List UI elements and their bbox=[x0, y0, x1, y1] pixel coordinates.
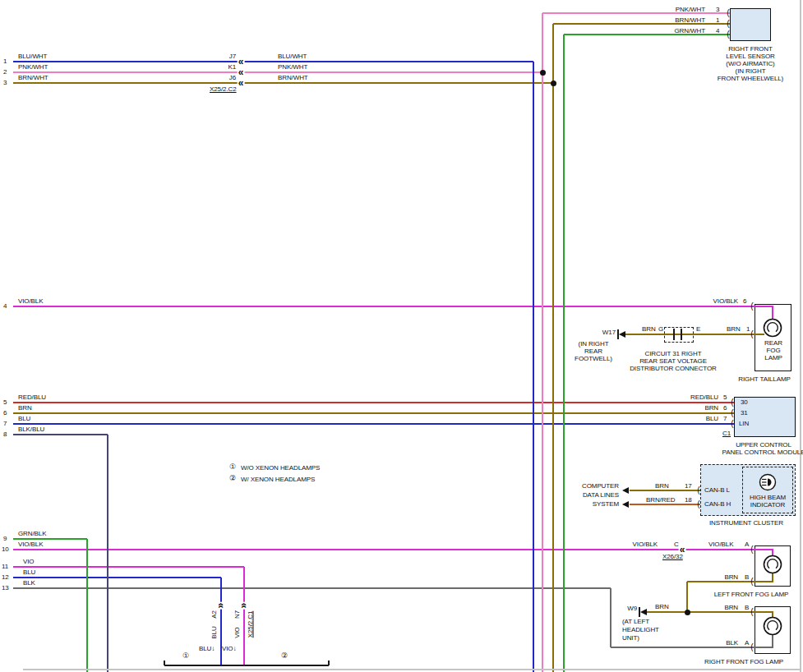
junction-dot bbox=[540, 70, 546, 76]
label-1: 1 bbox=[3, 58, 7, 65]
pin-bracket-icon: ( bbox=[750, 302, 753, 311]
label-rear: REAR bbox=[764, 339, 782, 347]
pin-bracket-icon: ( bbox=[731, 409, 733, 417]
pin-bracket-icon: ( bbox=[731, 420, 733, 428]
wire-circuit7-blu bbox=[13, 423, 734, 425]
label-vio: VIO↓ bbox=[222, 645, 236, 652]
label-c1: C1 bbox=[722, 430, 731, 437]
label-j7: J7 bbox=[229, 53, 236, 60]
wire-frame-bottom bbox=[23, 669, 801, 670]
label-blk: BLK bbox=[23, 579, 35, 587]
pin-bracket-icon: ( bbox=[731, 398, 733, 407]
pin-bracket-icon: ( bbox=[750, 330, 753, 338]
pin-bracket-icon: ( bbox=[750, 643, 753, 651]
wire-circuit31-pin-bar-right bbox=[681, 329, 682, 340]
pin-bracket-icon: ( bbox=[727, 20, 729, 28]
wire-circuit11-vio-drop bbox=[243, 567, 245, 665]
w17-ground-arrow-icon bbox=[619, 331, 625, 338]
wire-left-fog-pin-b-stub bbox=[755, 581, 773, 582]
label-brn-wht: BRN/WHT bbox=[675, 16, 705, 24]
wire-pnk-wht-riser bbox=[542, 13, 543, 672]
label-x25-2-c1: X25/2.C1 bbox=[247, 611, 254, 638]
wire-brn-wht-riser bbox=[552, 24, 554, 672]
wire-circuit1-blu-wht bbox=[13, 61, 533, 62]
label-blu: BLU bbox=[210, 626, 218, 638]
wire-w17-brn bbox=[625, 334, 755, 335]
label-left-front-fog-lamp: LEFT FRONT FOG LAMP bbox=[714, 591, 789, 598]
wire-frame-right bbox=[800, 0, 801, 672]
label-brn-red: BRN/RED bbox=[646, 496, 675, 504]
junction-dot bbox=[551, 81, 556, 86]
label-4: 4 bbox=[716, 27, 719, 35]
label-pnk-wht: PNK/WHT bbox=[278, 63, 307, 71]
label-c: C bbox=[674, 541, 679, 548]
wire-left-fog-pin-a-stub bbox=[755, 549, 773, 550]
label-pnk-wht: PNK/WHT bbox=[676, 6, 705, 13]
label-circuit-31-right: CIRCUIT 31 RIGHT bbox=[645, 350, 702, 357]
label-3: 3 bbox=[716, 6, 719, 13]
label-data-lines: DATA LINES bbox=[583, 491, 619, 499]
label-brn-wht: BRN/WHT bbox=[18, 74, 48, 81]
label-blu: BLU↓ bbox=[199, 645, 215, 652]
label-j6: J6 bbox=[229, 74, 236, 81]
connector-chevron-icon: « bbox=[238, 58, 245, 66]
label-blu: BLU bbox=[18, 415, 30, 422]
label-brn: BRN bbox=[655, 603, 669, 610]
label-b: B bbox=[745, 604, 749, 611]
label-panel-control-module: PANEL CONTROL MODULE bbox=[722, 449, 803, 456]
label-6: 6 bbox=[743, 297, 746, 305]
pin-bracket-icon: ( bbox=[750, 578, 753, 586]
label-brn: BRN bbox=[18, 404, 32, 412]
rear-fog-lamp-symbol bbox=[762, 317, 783, 342]
label-vio: VIO bbox=[23, 558, 34, 565]
wire-left-fog-b-brn-drop bbox=[686, 582, 688, 612]
label-in-right: (IN RIGHT bbox=[736, 67, 766, 75]
label-vio-blk: VIO/BLK bbox=[18, 297, 43, 305]
label-red-blu: RED/BLU bbox=[690, 394, 718, 401]
label-system: SYSTEM bbox=[593, 500, 619, 508]
wire-circuit8-blk-blu bbox=[13, 434, 108, 435]
label-brn: BRN bbox=[727, 325, 741, 333]
label-vio: VIO bbox=[233, 627, 241, 637]
wire-circuit13-blk-drop bbox=[610, 588, 611, 647]
data-line-arrow-icon-2 bbox=[622, 501, 629, 508]
label-computer: COMPUTER bbox=[582, 482, 619, 490]
wire-blk-blu-riser bbox=[107, 435, 108, 672]
label-30: 30 bbox=[741, 398, 748, 406]
wire-right-fog-pin-b-stub bbox=[755, 611, 773, 613]
label-lin: LIN bbox=[739, 420, 749, 427]
label-blk-blu: BLK/BLU bbox=[18, 426, 44, 433]
pin-bracket-icon: ( bbox=[727, 30, 729, 39]
label-w-o-airmatic: (W/O AIRMATIC) bbox=[726, 60, 774, 67]
label-blu: BLU bbox=[706, 415, 718, 422]
label-w-o-xenon-headlamps: W/O XENON HEADLAMPS bbox=[241, 464, 320, 472]
label-a2: A2 bbox=[210, 610, 218, 619]
wiring-diagram: ««««««((((((((((((((PNK/WHT3BRN/WHT1GRN/… bbox=[0, 0, 803, 672]
label-brn: BRN bbox=[724, 573, 738, 581]
high-beam-indicator-symbol bbox=[758, 472, 778, 495]
label-1: 1 bbox=[746, 325, 750, 333]
wire-right-fog-pin-a-stub bbox=[755, 647, 773, 648]
label-w9: W9 bbox=[627, 605, 637, 612]
label-18: 18 bbox=[685, 496, 692, 504]
label-headlight: HEADLIGHT bbox=[622, 626, 659, 633]
label-5: 5 bbox=[723, 394, 727, 401]
wire-circuit4-vio-blk bbox=[13, 306, 755, 307]
label-blu: BLU bbox=[23, 568, 35, 576]
wire-circuit6-brn bbox=[13, 412, 734, 414]
label-red-blu: RED/BLU bbox=[18, 394, 46, 401]
label-vio-blk: VIO/BLK bbox=[713, 297, 738, 305]
connector-chevron-icon: « bbox=[238, 68, 245, 76]
label-pnk-wht: PNK/WHT bbox=[18, 63, 48, 71]
label-7: 7 bbox=[3, 420, 7, 427]
connector-chevron-icon: « bbox=[217, 602, 225, 610]
pin-bracket-icon: ( bbox=[697, 486, 699, 495]
wire-circuit31-pin-bar-left bbox=[673, 329, 675, 340]
label-17: 17 bbox=[685, 482, 692, 490]
label-right-front: RIGHT FRONT bbox=[728, 45, 772, 53]
label-7: 7 bbox=[723, 415, 727, 422]
wire-can-b-h-brn-red bbox=[630, 504, 700, 505]
label-footwell: FOOTWELL) bbox=[575, 355, 612, 362]
label-x26-32: X26/32 bbox=[662, 553, 683, 560]
label-b: B bbox=[745, 573, 749, 581]
